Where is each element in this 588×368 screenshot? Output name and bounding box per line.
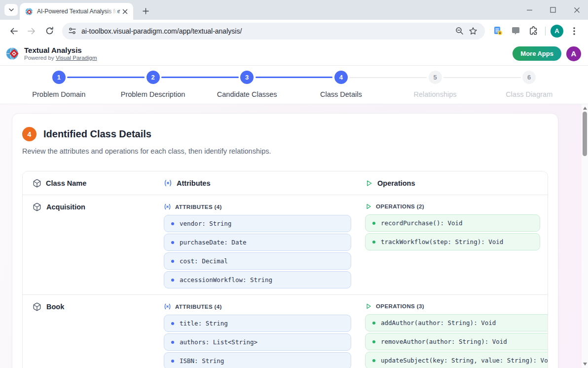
parentheses-x-icon xyxy=(164,179,172,187)
column-header-operations: Operations xyxy=(365,179,548,187)
class-details-card: 4 Identified Class Details Review the at… xyxy=(12,113,558,368)
attributes-cell: ATTRIBUTES (4) title: String authors: Li… xyxy=(164,303,365,368)
reload-button[interactable] xyxy=(41,23,57,39)
page-scrollbar xyxy=(582,104,588,368)
visual-paradigm-link[interactable]: Visual Paradigm xyxy=(56,55,97,61)
scroll-up-arrow[interactable] xyxy=(582,105,588,111)
browser-window: AI-Powered Textual Analysis for ai-too xyxy=(0,0,588,368)
parentheses-x-icon xyxy=(164,203,171,210)
operation-pill: removeAuthor(author: String): Void xyxy=(365,333,548,350)
operations-count-label: OPERATIONS (2) xyxy=(365,203,540,210)
bookmark-star-icon[interactable] xyxy=(466,24,480,38)
chevron-down-icon xyxy=(8,7,14,13)
step-candidate-classes[interactable]: 3 Candidate Classes xyxy=(200,71,294,104)
step-problem-description[interactable]: 2 Problem Description xyxy=(106,71,200,104)
cube-icon xyxy=(33,179,41,188)
step-class-details[interactable]: 4 Class Details xyxy=(294,71,388,104)
section-step-badge: 4 xyxy=(22,127,37,141)
reload-icon xyxy=(45,27,54,35)
arrow-left-icon xyxy=(9,27,18,36)
attributes-count-label: ATTRIBUTES (4) xyxy=(164,203,351,210)
class-name: Acquisition xyxy=(46,203,85,211)
column-header-attributes: Attributes xyxy=(164,179,365,187)
plus-icon xyxy=(143,8,149,14)
maximize-button[interactable] xyxy=(546,2,560,17)
wizard-stepper: 1 Problem Domain 2 Problem Description 3… xyxy=(0,66,588,104)
site-settings-icon[interactable] xyxy=(68,27,76,35)
close-button[interactable] xyxy=(569,2,584,17)
page-content: 4 Identified Class Details Review the at… xyxy=(0,104,588,368)
step-class-diagram[interactable]: 6 Class Diagram xyxy=(482,71,576,104)
operation-pill: trackWorkflow(step: String): Void xyxy=(365,233,540,250)
browser-tab[interactable]: AI-Powered Textual Analysis for xyxy=(20,3,133,20)
tab-search-button[interactable] xyxy=(4,4,18,16)
user-avatar[interactable]: A xyxy=(566,46,581,61)
page-title: Textual Analysis xyxy=(24,46,97,54)
column-header-class-name: Class Name xyxy=(23,179,164,188)
bullet-dot xyxy=(171,222,174,225)
zoom-out-icon[interactable] xyxy=(452,24,466,38)
bullet-dot xyxy=(171,360,174,363)
attribute-pill: title: String xyxy=(164,315,351,332)
back-button[interactable] xyxy=(6,23,22,39)
step-label: Problem Domain xyxy=(32,90,85,98)
minimize-button[interactable] xyxy=(522,2,537,17)
toolbar-divider xyxy=(545,27,546,36)
visual-paradigm-logo xyxy=(5,46,20,61)
attributes-count-label: ATTRIBUTES (4) xyxy=(164,303,351,310)
translate-download-icon[interactable] xyxy=(490,24,505,39)
play-icon xyxy=(365,303,372,310)
extensions-puzzle-icon[interactable] xyxy=(526,24,541,39)
window-controls xyxy=(522,0,584,20)
tab-strip: AI-Powered Textual Analysis for xyxy=(0,0,588,20)
attribute-pill: ISBN: String xyxy=(164,352,351,368)
app-header: Textual Analysis Powered by Visual Parad… xyxy=(0,42,588,66)
bullet-dot xyxy=(171,341,174,344)
scroll-down-arrow[interactable] xyxy=(582,361,588,367)
operations-cell: OPERATIONS (2) recordPurchase(): Void tr… xyxy=(365,203,548,288)
operation-pill: updateSubject(key: String, value: String… xyxy=(365,352,548,368)
attribute-pill: accessionWorkflow: String xyxy=(164,271,351,288)
step-number: 6 xyxy=(522,71,536,84)
bullet-dot xyxy=(372,322,375,325)
browser-toolbar: ai-toolbox.visual-paradigm.com/app/textu… xyxy=(0,20,588,42)
cube-icon xyxy=(33,203,41,211)
powered-by: Powered by Visual Paradigm xyxy=(24,54,97,61)
step-number: 3 xyxy=(240,71,254,84)
step-label: Candidate Classes xyxy=(217,90,277,98)
favicon-visual-paradigm-icon xyxy=(25,7,33,16)
table-header-row: Class Name Attributes Operations xyxy=(23,171,548,195)
bullet-dot xyxy=(372,359,375,362)
bullet-dot xyxy=(372,241,375,244)
new-tab-button[interactable] xyxy=(139,4,152,18)
bullet-dot xyxy=(372,340,375,343)
play-icon xyxy=(365,179,373,187)
class-name-cell: Book xyxy=(23,303,164,368)
url-bar[interactable]: ai-toolbox.visual-paradigm.com/app/textu… xyxy=(62,23,485,40)
attribute-pill: purchaseDate: Date xyxy=(164,234,351,251)
browser-menu-kebab-icon[interactable] xyxy=(567,24,582,39)
arrow-right-icon xyxy=(27,27,36,36)
url-text[interactable]: ai-toolbox.visual-paradigm.com/app/textu… xyxy=(81,27,452,35)
operation-pill: addAuthor(author: String): Void xyxy=(365,314,548,331)
tab-close-icon[interactable] xyxy=(121,7,129,16)
step-problem-domain[interactable]: 1 Problem Domain xyxy=(12,71,106,104)
section-title: Identified Class Details xyxy=(43,128,151,140)
bullet-dot xyxy=(372,222,375,225)
chrome-profile-avatar[interactable]: A xyxy=(551,25,563,38)
step-label: Relationships xyxy=(413,90,456,98)
step-number: 1 xyxy=(52,71,66,84)
attribute-pill: cost: Decimal xyxy=(164,252,351,270)
section-subtitle: Review the attributes and operations for… xyxy=(22,147,548,155)
bullet-dot xyxy=(171,322,174,325)
step-label: Problem Description xyxy=(121,90,185,98)
step-relationships[interactable]: 5 Relationships xyxy=(388,71,482,104)
operations-cell: OPERATIONS (3) addAuthor(author: String)… xyxy=(365,303,548,368)
class-name: Book xyxy=(46,303,64,311)
comment-bubble-icon[interactable] xyxy=(508,24,523,39)
class-name-cell: Acquisition xyxy=(23,203,164,288)
bullet-dot xyxy=(171,279,174,282)
scrollbar-thumb[interactable] xyxy=(583,112,587,156)
forward-button[interactable] xyxy=(24,23,39,39)
more-apps-button[interactable]: More Apps xyxy=(513,46,561,61)
